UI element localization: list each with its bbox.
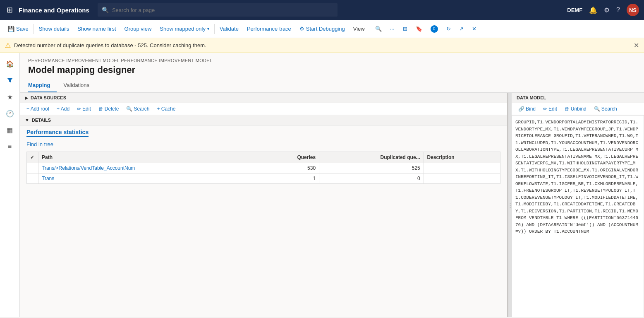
left-panel: ▶ DATA SOURCES + Add root + Add ✏ Edit 🗑… — [20, 93, 508, 317]
datasources-toolbar: + Add root + Add ✏ Edit 🗑 Delete 🔍 Searc… — [20, 103, 507, 115]
group-view-button[interactable]: Group view — [120, 24, 156, 34]
edit-dm-button[interactable]: ✏ Edit — [540, 105, 560, 113]
main-layout: 🏠 ★ 🕐 ▦ ≡ PERFORMANCE IMPROVEMENT MODEL … — [0, 53, 644, 317]
row-path-1[interactable]: Trans/>Relations/VendTable_AccountNum — [38, 163, 262, 173]
badge-icon: 0 — [431, 25, 438, 33]
sql-text-panel: GROUPID,T1.VENDORPORTALADMINISTRATORRECI… — [512, 115, 644, 317]
top-right-controls: DEMF 🔔 ⚙ ? NS — [567, 4, 639, 16]
grid-toolbar-button[interactable]: ⊞ — [399, 24, 412, 34]
breadcrumb: PERFORMANCE IMPROVEMENT MODEL PERFORMANC… — [28, 58, 636, 63]
details-title: DETAILS — [32, 118, 51, 123]
refresh-button[interactable]: ↻ — [442, 24, 455, 34]
add-root-button[interactable]: + Add root — [23, 105, 53, 113]
toolbar-separator-2 — [214, 24, 215, 34]
search-ds-icon: 🔍 — [126, 106, 132, 112]
top-navigation: ⊞ Finance and Operations 🔍 DEMF 🔔 ⚙ ? NS — [0, 0, 644, 20]
dropdown-arrow-icon: ▾ — [207, 26, 209, 31]
add-button[interactable]: + Add — [53, 105, 73, 113]
data-sources-title: DATA SOURCES — [31, 95, 66, 100]
col-header-queries: Queries — [262, 152, 319, 163]
split-pane: ▶ DATA SOURCES + Add root + Add ✏ Edit 🗑… — [20, 93, 644, 317]
performance-statistics-tab[interactable]: Performance statistics — [26, 129, 89, 137]
row-desc-1 — [424, 163, 500, 173]
grid-icon[interactable]: ⊞ — [5, 4, 14, 16]
edit-button[interactable]: ✏ Edit — [74, 105, 94, 113]
tab-validations[interactable]: Validations — [63, 79, 96, 92]
left-sidebar: 🏠 ★ 🕐 ▦ ≡ — [0, 53, 20, 317]
tab-mapping[interactable]: Mapping — [28, 79, 57, 92]
view-button[interactable]: View — [349, 24, 369, 34]
save-icon: 💾 — [7, 26, 14, 32]
row-queries-1: 530 — [262, 163, 319, 173]
row-check-1[interactable] — [27, 163, 38, 173]
delete-button[interactable]: 🗑 Delete — [95, 105, 122, 113]
show-mapped-only-button[interactable]: Show mapped only ▾ — [156, 24, 213, 34]
search-icon: 🔍 — [102, 7, 109, 13]
alert-close-button[interactable]: ✕ — [634, 41, 639, 49]
unbind-button[interactable]: 🗑 Unbind — [561, 105, 590, 113]
table-row: Trans 1 0 — [27, 173, 500, 184]
sidebar-item-list[interactable]: ≡ — [2, 139, 17, 154]
link-icon: 🔗 — [518, 106, 524, 112]
table-row: Trans/>Relations/VendTable_AccountNum 53… — [27, 163, 500, 173]
close-icon: ✕ — [472, 26, 476, 32]
open-new-icon: ↗ — [459, 26, 464, 32]
data-sources-header[interactable]: ▶ DATA SOURCES — [20, 93, 507, 103]
start-debugging-button[interactable]: ⚙ Start Debugging — [295, 24, 349, 34]
col-header-check: ✓ — [27, 152, 38, 163]
validate-button[interactable]: Validate — [215, 24, 243, 34]
search-ds-button[interactable]: 🔍 Search — [123, 105, 153, 113]
cache-button[interactable]: + Cache — [153, 105, 179, 113]
alert-message: Detected number of duplicate queries to … — [14, 42, 206, 48]
global-search-bar[interactable]: 🔍 — [98, 3, 338, 17]
refresh-icon: ↻ — [446, 26, 451, 32]
warning-icon: ⚠ — [5, 41, 11, 49]
toolbar-separator-3 — [370, 24, 370, 34]
sidebar-item-table[interactable]: ▦ — [2, 123, 17, 137]
alert-banner: ⚠ Detected number of duplicate queries t… — [0, 38, 644, 53]
badge-button[interactable]: 0 — [426, 24, 442, 34]
details-section: ▼ DETAILS Performance statistics Find in… — [20, 115, 507, 317]
bind-button[interactable]: 🔗 Bind — [515, 105, 539, 113]
expand-arrow-icon: ▶ — [25, 96, 28, 100]
more-options-icon: ··· — [390, 26, 395, 32]
notification-icon[interactable]: 🔔 — [589, 6, 597, 14]
row-check-2[interactable] — [27, 173, 38, 184]
search-toolbar-icon: 🔍 — [375, 26, 382, 32]
tab-bar: Mapping Validations — [20, 79, 644, 93]
bookmark-button[interactable]: 🔖 — [412, 24, 426, 34]
show-details-button[interactable]: Show details — [35, 24, 74, 34]
content-area: PERFORMANCE IMPROVEMENT MODEL PERFORMANC… — [20, 53, 644, 317]
search-toolbar-button[interactable]: 🔍 — [371, 24, 386, 34]
row-duplicated-1: 525 — [319, 163, 424, 173]
right-panel: DATA MODEL 🔗 Bind ✏ Edit 🗑 Unbind — [512, 93, 644, 317]
close-button[interactable]: ✕ — [468, 24, 481, 34]
col-header-duplicated: Duplicated que... — [319, 152, 424, 163]
row-path-2[interactable]: Trans — [38, 173, 262, 184]
vertical-divider[interactable]: ⋮ — [508, 93, 512, 317]
open-new-button[interactable]: ↗ — [455, 24, 468, 34]
details-header[interactable]: ▼ DETAILS — [20, 115, 507, 125]
more-options-button[interactable]: ··· — [386, 24, 399, 34]
global-search-input[interactable] — [112, 7, 333, 13]
help-icon[interactable]: ? — [616, 6, 620, 14]
data-model-header: DATA MODEL — [512, 93, 644, 103]
performance-trace-button[interactable]: Performance trace — [243, 24, 295, 34]
main-toolbar: 💾 Save Show details Show name first Grou… — [0, 20, 644, 38]
save-button[interactable]: 💾 Save — [3, 24, 33, 34]
show-name-first-button[interactable]: Show name first — [73, 24, 120, 34]
sidebar-item-filter[interactable] — [2, 73, 17, 88]
avatar[interactable]: NS — [627, 4, 639, 16]
page-header: PERFORMANCE IMPROVEMENT MODEL PERFORMANC… — [20, 53, 644, 79]
delete-icon: 🗑 — [98, 106, 103, 112]
settings-icon[interactable]: ⚙ — [604, 6, 610, 14]
bookmark-icon: 🔖 — [416, 26, 422, 32]
page-title: Model mapping designer — [28, 65, 636, 75]
sidebar-item-star[interactable]: ★ — [2, 89, 17, 104]
data-model-toolbar: 🔗 Bind ✏ Edit 🗑 Unbind 🔍 Search — [512, 103, 644, 115]
sidebar-item-home[interactable]: 🏠 — [2, 56, 17, 71]
find-in-tree-link[interactable]: Find in tree — [26, 141, 53, 147]
app-title: Finance and Operations — [19, 7, 89, 14]
sidebar-item-clock[interactable]: 🕐 — [2, 106, 17, 121]
search-dm-button[interactable]: 🔍 Search — [591, 105, 620, 113]
